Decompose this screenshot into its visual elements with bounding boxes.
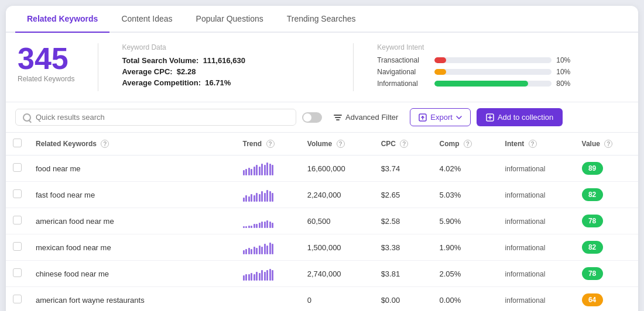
intent-help-icon[interactable]: ?	[529, 140, 537, 148]
table-row: food near me 16,600,000 $3.74 4.02% info…	[6, 156, 638, 182]
tabs-bar: Related Keywords Content Ideas Popular Q…	[6, 6, 638, 33]
intent-pct: 10%	[556, 56, 574, 64]
add-to-collection-button[interactable]: Add to collection	[477, 108, 563, 126]
trend-bar	[251, 194, 252, 202]
trend-bar	[266, 163, 268, 175]
trend-bar	[269, 222, 271, 228]
trend-bar	[259, 167, 261, 175]
row-checkbox-cell	[6, 261, 29, 287]
intent-cell: informational	[498, 182, 575, 208]
keyword-data-block: Keyword Data Total Search Volume: 111,61…	[122, 43, 330, 89]
trend-bar	[251, 226, 252, 228]
tab-related-keywords[interactable]: Related Keywords	[15, 6, 109, 33]
avg-comp-value: 16.71%	[205, 78, 231, 87]
value-help-icon[interactable]: ?	[604, 140, 612, 148]
trend-bar	[261, 270, 263, 281]
cpc-help-icon[interactable]: ?	[400, 140, 408, 148]
intent-cell: informational	[498, 208, 575, 234]
search-input[interactable]	[36, 113, 289, 122]
intent-cell: informational	[498, 261, 575, 287]
keyword-cell: american food near me	[29, 208, 236, 234]
trend-bar	[245, 249, 247, 254]
cpc-cell: $0.00	[374, 287, 433, 312]
value-badge: 89	[582, 162, 603, 175]
comp-cell: 5.90%	[432, 208, 498, 234]
trend-cell	[236, 156, 300, 182]
trend-bar	[243, 198, 245, 202]
export-button[interactable]: Export	[410, 108, 471, 126]
value-cell: 82	[575, 234, 638, 261]
keyword-count: 345	[18, 43, 68, 74]
col-header-trend: Trend ?	[236, 133, 300, 156]
keyword-help-icon[interactable]: ?	[101, 140, 109, 148]
row-checkbox[interactable]	[13, 216, 22, 224]
toggle-switch[interactable]	[302, 112, 322, 123]
trend-chart	[243, 214, 293, 228]
trend-bar	[256, 165, 258, 175]
select-all-checkbox[interactable]	[13, 139, 22, 147]
trend-bar	[243, 226, 245, 228]
trend-bar	[261, 191, 263, 202]
trend-bar	[269, 269, 271, 281]
table-row: mexican food near me 1,500,000 $3.38 1.9…	[6, 234, 638, 261]
main-card: Related Keywords Content Ideas Popular Q…	[6, 6, 638, 311]
intent-bar	[434, 69, 446, 75]
row-checkbox[interactable]	[13, 163, 22, 172]
comp-help-icon[interactable]: ?	[464, 140, 472, 148]
trend-bar	[248, 196, 250, 202]
intent-bar-bg	[434, 81, 551, 87]
table-header-row: Related Keywords ? Trend ? Volume ? CPC …	[6, 133, 638, 156]
intent-text: informational	[505, 191, 546, 199]
tab-trending-searches[interactable]: Trending Searches	[275, 6, 368, 33]
trend-bar	[264, 165, 266, 175]
volume-help-icon[interactable]: ?	[337, 140, 345, 148]
value-cell: 82	[575, 182, 638, 208]
filter-icon	[334, 115, 342, 120]
trend-bar	[264, 193, 266, 202]
intent-rows: Transactional 10% Navigational 10% Infor…	[377, 56, 626, 88]
trend-help-icon[interactable]: ?	[266, 140, 275, 148]
row-checkbox[interactable]	[13, 295, 22, 303]
intent-bar-bg	[434, 69, 551, 75]
trend-bar	[256, 272, 258, 281]
value-cell: 64	[575, 287, 638, 312]
advanced-filter-button[interactable]: Advanced Filter	[328, 109, 404, 125]
col-header-cpc: CPC ?	[374, 133, 433, 156]
trend-bar	[251, 249, 252, 254]
tab-content-ideas[interactable]: Content Ideas	[109, 6, 184, 33]
trend-bar	[259, 194, 261, 202]
value-cell: 89	[575, 156, 638, 182]
col-header-intent: Intent ?	[498, 133, 575, 156]
col-header-comp: Comp ?	[432, 133, 498, 156]
intent-label: Transactional	[377, 56, 430, 64]
avg-cpc-value: $2.28	[177, 67, 196, 76]
trend-bar	[266, 190, 268, 202]
value-cell: 78	[575, 261, 638, 287]
value-badge: 82	[582, 241, 603, 254]
advanced-filter-label: Advanced Filter	[345, 113, 398, 122]
export-icon	[419, 113, 427, 122]
trend-bar	[256, 193, 258, 202]
keyword-cell: food near me	[29, 156, 236, 182]
trend-bar	[243, 250, 245, 254]
comp-cell: 2.05%	[432, 261, 498, 287]
volume-cell: 60,500	[300, 208, 374, 234]
row-checkbox[interactable]	[13, 242, 22, 251]
trend-chart	[243, 188, 293, 202]
avg-cpc-row: Average CPC: $2.28	[122, 67, 330, 76]
total-volume-value: 111,616,630	[203, 56, 245, 65]
table-body: food near me 16,600,000 $3.74 4.02% info…	[6, 156, 638, 312]
keywords-table: Related Keywords ? Trend ? Volume ? CPC …	[6, 133, 638, 311]
intent-text: informational	[505, 217, 546, 226]
trend-bar	[245, 226, 247, 228]
volume-cell: 16,600,000	[300, 156, 374, 182]
row-checkbox[interactable]	[13, 268, 22, 277]
trend-bar	[245, 274, 247, 281]
row-checkbox[interactable]	[13, 189, 22, 198]
trend-bar	[272, 270, 273, 281]
trend-cell	[236, 208, 300, 234]
trend-bar	[269, 243, 271, 254]
value-cell: 78	[575, 208, 638, 234]
search-wrapper[interactable]	[15, 109, 296, 126]
tab-popular-questions[interactable]: Popular Questions	[184, 6, 275, 33]
